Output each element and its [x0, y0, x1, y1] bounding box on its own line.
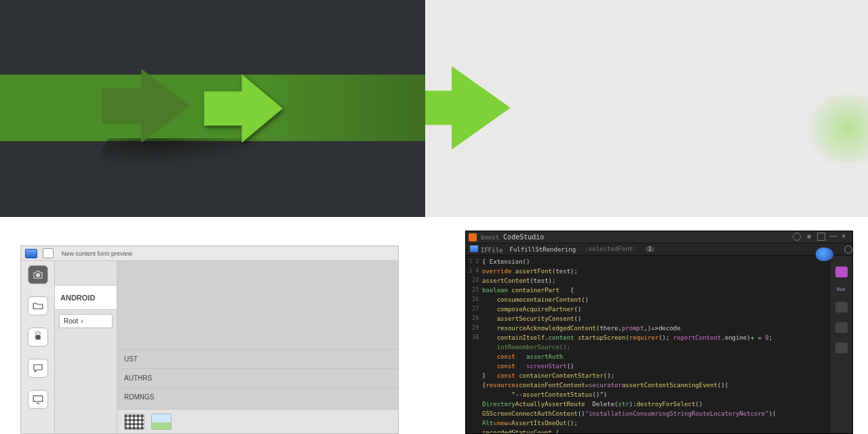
code-editor[interactable]: { Extension() override assertFont(test);…: [481, 256, 829, 433]
layout-icon[interactable]: [817, 233, 825, 241]
minimize-icon[interactable]: [829, 233, 837, 237]
list-item[interactable]: RDMNGS: [117, 387, 398, 406]
android-icon[interactable]: [28, 328, 48, 347]
thumb-strip: [117, 409, 398, 433]
close-icon[interactable]: ✕: [842, 233, 850, 241]
builder-canvas[interactable]: USTAUTHRSRDMNGS: [117, 261, 398, 433]
monitor-icon[interactable]: [28, 390, 48, 409]
arrow-icon-front: [193, 66, 294, 151]
user-avatar[interactable]: [816, 248, 833, 261]
thumb-picture-icon[interactable]: [151, 414, 172, 430]
hero-right-panel: [425, 0, 868, 217]
ide-window: boost CodeStudio ✕ IFFile FulfillStRende…: [465, 231, 853, 434]
svg-point-2: [36, 334, 37, 335]
ide-titlebar: boost CodeStudio ✕: [466, 231, 852, 243]
builder-title: New content form preview: [62, 250, 132, 257]
sync-icon[interactable]: [793, 233, 801, 241]
svg-rect-4: [33, 396, 43, 401]
chat-icon[interactable]: [28, 359, 48, 378]
settings-icon[interactable]: [805, 233, 813, 241]
builder-rail: [21, 261, 55, 433]
arrow-icon-back: [102, 58, 190, 153]
run-label: Run: [837, 287, 846, 292]
tab-badge: 1: [646, 246, 654, 252]
svg-point-3: [39, 334, 40, 335]
list-item[interactable]: AUTHRS: [117, 368, 398, 387]
debug-icon[interactable]: [835, 302, 848, 313]
module-hint: 〈selectedFont〉: [583, 245, 639, 254]
search-icon[interactable]: [844, 245, 852, 254]
tab-android[interactable]: ANDROID: [55, 285, 117, 310]
svg-rect-1: [35, 335, 41, 340]
ui-builder-window: New content form preview ANDROID Root › …: [20, 245, 399, 434]
ide-tabbar: IFFile FulfillStRendering 〈selectedFont〉…: [466, 243, 852, 256]
hero-left-panel: [0, 0, 425, 217]
file-icon: [470, 245, 478, 252]
app-icon: [469, 233, 477, 241]
extensions-icon[interactable]: [835, 322, 848, 333]
list-item[interactable]: UST: [117, 349, 398, 368]
window-control-icon[interactable]: [43, 248, 54, 258]
arrow-icon-large: [425, 43, 518, 172]
tab-root-label: Root: [64, 317, 78, 325]
ide-title-prefix: boost: [481, 234, 499, 241]
module-name[interactable]: FulfillStRendering: [510, 246, 576, 253]
tab-blank[interactable]: [55, 261, 117, 285]
bottom-row: New content form preview ANDROID Root › …: [0, 217, 868, 434]
tab-root[interactable]: Root ›: [59, 314, 113, 328]
open-tab[interactable]: IFFile: [481, 247, 503, 254]
ide-window-controls: ✕: [793, 233, 850, 241]
svg-point-0: [36, 273, 40, 277]
line-gutter: 1 2 3 4 24 25 26 27 28 29 30: [466, 256, 481, 433]
chevron-right-icon: ›: [81, 317, 83, 325]
thumb-grid-icon[interactable]: [124, 414, 144, 430]
run-icon[interactable]: [835, 267, 848, 277]
folder-icon[interactable]: [28, 296, 48, 315]
terminal-icon[interactable]: [835, 342, 848, 353]
ide-right-rail: Run: [829, 256, 852, 433]
glow-accent: [800, 95, 868, 163]
builder-tabs: ANDROID Root ›: [55, 261, 117, 433]
hero-banner: [0, 0, 868, 217]
ide-title: CodeStudio: [503, 233, 544, 241]
window-icon: [25, 249, 37, 258]
builder-titlebar: New content form preview: [21, 246, 398, 261]
camera-icon[interactable]: [28, 265, 48, 284]
